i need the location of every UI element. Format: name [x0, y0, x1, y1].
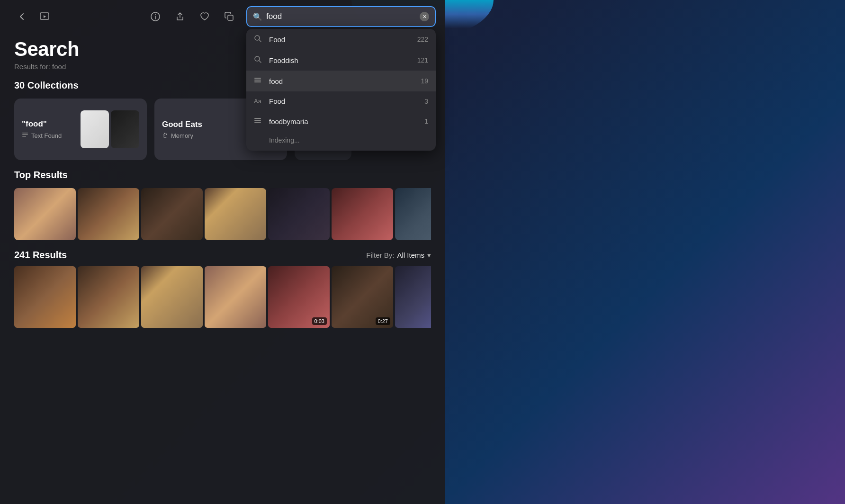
dropdown-item[interactable]: Fooddish 121 — [246, 50, 436, 71]
filter-value: All Items — [397, 251, 424, 259]
photo-thumb[interactable] — [332, 188, 393, 240]
collection-type: Text Found — [22, 132, 81, 140]
text-found-icon — [22, 132, 28, 140]
collection-type-label: Text Found — [31, 132, 62, 139]
collection-thumb — [81, 110, 109, 148]
search-container: 🔍 ✕ — [246, 6, 436, 27]
right-background — [445, 0, 845, 504]
svg-rect-11 — [254, 81, 261, 82]
dropdown-label: foodbymaria — [269, 117, 419, 126]
favorite-button[interactable] — [197, 9, 212, 24]
top-results-section: Top Results — [0, 170, 445, 250]
results-count: 241 Results — [14, 250, 67, 261]
search-suggestion-icon — [254, 55, 263, 65]
svg-rect-12 — [254, 118, 261, 119]
collection-name: Good Eats — [162, 120, 251, 129]
slideshow-button[interactable] — [37, 9, 52, 24]
photo-thumb[interactable] — [78, 188, 139, 240]
toolbar-right: 🔍 ✕ — [148, 6, 436, 27]
dropdown-item[interactable]: foodbymaria 1 — [246, 111, 436, 132]
svg-rect-16 — [22, 134, 28, 135]
memory-icon: ⏱ — [162, 132, 168, 139]
filter-by-control[interactable]: Filter By: All Items ▾ — [366, 251, 431, 260]
collection-type-label: Memory — [171, 132, 193, 139]
video-duration: 0:27 — [376, 317, 390, 325]
dropdown-count: 222 — [417, 36, 428, 43]
collection-info: "food" Text Found — [22, 119, 81, 140]
svg-line-8 — [259, 61, 261, 63]
svg-rect-15 — [22, 133, 28, 134]
collection-info: Good Eats ⏱ Memory — [162, 120, 251, 139]
search-input[interactable] — [266, 12, 416, 21]
result-photo[interactable] — [14, 266, 76, 328]
result-photo[interactable] — [78, 266, 139, 328]
results-grid: 0:03 0:27 0:12 0:08 — [14, 266, 431, 328]
photo-thumb[interactable] — [205, 188, 266, 240]
svg-rect-17 — [22, 136, 26, 137]
search-icon: 🔍 — [253, 12, 262, 21]
dropdown-item[interactable]: food 19 — [246, 71, 436, 91]
top-results-title: Top Results — [14, 170, 431, 180]
dropdown-label: Food — [269, 36, 412, 44]
search-dropdown: Food 222 Fooddish 121 — [246, 29, 436, 151]
svg-rect-14 — [254, 122, 261, 123]
top-results-photos-row — [14, 188, 431, 240]
collection-thumb — [111, 110, 139, 148]
collection-type: ⏱ Memory — [162, 132, 251, 139]
search-bar[interactable]: 🔍 ✕ — [246, 6, 436, 27]
share-button[interactable] — [172, 9, 188, 24]
result-photo[interactable]: 0:12 — [395, 266, 431, 328]
back-button[interactable] — [14, 9, 29, 24]
search-suggestion-icon — [254, 35, 263, 44]
dropdown-count: 3 — [424, 98, 428, 105]
svg-rect-4 — [228, 15, 233, 20]
results-header: 241 Results Filter By: All Items ▾ — [14, 250, 431, 261]
dropdown-label: Fooddish — [269, 56, 412, 64]
svg-rect-10 — [254, 80, 261, 81]
dropdown-count: 1 — [424, 117, 428, 125]
dropdown-item[interactable]: Food 222 — [246, 29, 436, 50]
collection-icon — [254, 117, 263, 126]
main-panel: 🔍 ✕ — [0, 0, 445, 504]
copy-button[interactable] — [222, 9, 237, 24]
collection-icon — [254, 76, 263, 86]
indexing-status: Indexing... — [246, 132, 436, 151]
photo-thumb[interactable] — [395, 188, 431, 240]
toolbar-left — [14, 9, 52, 24]
dropdown-label: food — [269, 77, 415, 85]
toolbar: 🔍 ✕ — [0, 0, 445, 33]
dropdown-count: 19 — [421, 77, 428, 85]
svg-line-6 — [259, 40, 261, 42]
video-duration: 0:03 — [312, 317, 327, 325]
photo-thumb[interactable] — [14, 188, 76, 240]
svg-point-3 — [155, 14, 156, 15]
text-search-icon: Aa — [254, 98, 263, 105]
chevron-down-icon: ▾ — [427, 251, 431, 260]
collection-card[interactable]: "food" Text Found — [14, 99, 147, 160]
dropdown-item[interactable]: Aa Food 3 — [246, 91, 436, 111]
search-clear-button[interactable]: ✕ — [420, 12, 429, 21]
collection-name: "food" — [22, 119, 81, 129]
result-photo[interactable] — [141, 266, 203, 328]
dropdown-count: 121 — [417, 56, 428, 64]
svg-rect-9 — [254, 78, 261, 79]
collection-thumbnails — [81, 110, 139, 148]
results-section: 241 Results Filter By: All Items ▾ 0:03 … — [0, 250, 445, 337]
filter-label: Filter By: — [366, 251, 394, 259]
result-photo[interactable]: 0:27 — [332, 266, 393, 328]
photo-thumb[interactable] — [268, 188, 330, 240]
result-photo[interactable]: 0:03 — [268, 266, 330, 328]
svg-rect-13 — [254, 120, 261, 121]
info-button[interactable] — [148, 9, 163, 24]
photo-thumb[interactable] — [141, 188, 203, 240]
result-photo[interactable] — [205, 266, 266, 328]
dropdown-label: Food — [269, 97, 419, 105]
